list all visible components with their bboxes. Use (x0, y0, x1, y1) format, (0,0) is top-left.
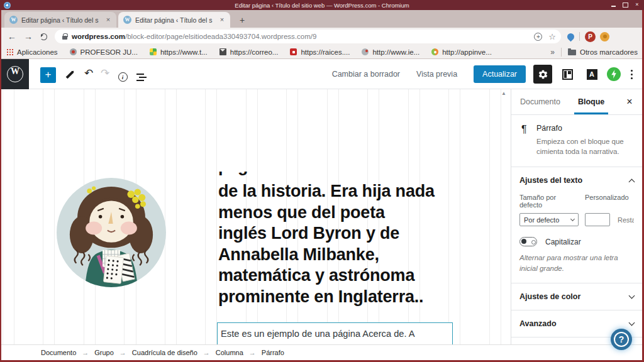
breadcrumb-arrow: → (249, 349, 256, 356)
breadcrumb-arrow: → (203, 349, 210, 356)
text-settings-header[interactable]: Ajustes del texto (519, 175, 634, 185)
close-sidebar-icon[interactable]: × (623, 96, 636, 108)
edit-tool-button[interactable] (62, 65, 78, 82)
folder-icon (568, 50, 576, 55)
more-options-icon[interactable] (631, 74, 633, 75)
mail-icon (219, 48, 226, 55)
help-button[interactable]: ? (611, 329, 632, 350)
bookmarks-overflow-icon[interactable]: » (550, 48, 555, 57)
toolbar-separator (579, 32, 580, 41)
bookmark-item[interactable]: PROFESOR JU... (70, 48, 138, 56)
address-bar[interactable]: wordpress.com/block-editor/page/elsitiod… (55, 30, 561, 43)
reset-button[interactable]: Restablecer (618, 216, 634, 224)
jetpack-button[interactable] (607, 67, 621, 81)
scrollbar-up-arrow[interactable]: ▲ (501, 90, 506, 96)
reload-icon[interactable] (40, 33, 47, 40)
window-title: Editar página ‹ Título del sitio web — W… (0, 2, 644, 9)
breadcrumb-item[interactable]: Párrafo (262, 349, 284, 356)
selected-paragraph-block[interactable]: Este es un ejemplo de una página Acerca … (217, 322, 453, 344)
bookmarks-bar: Aplicaciones PROFESOR JU... https://www.… (0, 45, 644, 59)
breadcrumb-item[interactable]: Cuadrícula de diseño (132, 349, 197, 356)
custom-label: Personalizado (585, 194, 629, 209)
profile-avatar[interactable]: P (585, 31, 596, 42)
breadcrumb-item[interactable]: Grupo (94, 349, 114, 356)
list-view-button[interactable] (132, 65, 148, 82)
os-titlebar: Editar página ‹ Título del sitio web — W… (0, 0, 644, 10)
question-mark-icon: ? (614, 332, 629, 347)
close-button[interactable]: × (634, 1, 640, 8)
breadcrumb-item[interactable]: Columna (216, 349, 243, 356)
tab-close-icon[interactable]: × (218, 16, 226, 25)
bookmark-item[interactable]: http://appinve... (431, 48, 492, 56)
bookmark-item[interactable]: https://raices.... (290, 48, 350, 56)
details-button[interactable]: i (114, 65, 131, 82)
bookmarks-separator (561, 48, 562, 57)
send-to-device-icon[interactable]: + (534, 33, 542, 41)
info-icon: i (118, 72, 128, 82)
minimize-button[interactable] (610, 1, 616, 8)
switch-to-draft-link[interactable]: Cambiar a borrador (332, 70, 400, 79)
browser-tab-1[interactable]: W Editar página ‹ Título del s × (4, 12, 116, 28)
paragraph-icon: ¶ (521, 124, 536, 156)
bookmark-item[interactable]: http://www.ie... (362, 48, 419, 56)
wordpress-logo-icon: W (7, 66, 23, 82)
secondary-profile-icon[interactable] (600, 32, 609, 41)
redo-button[interactable]: ↷ (97, 65, 113, 82)
heading-block[interactable]: de la historia. Era hija nada menos que … (218, 181, 457, 307)
capitalize-toggle[interactable] (519, 237, 537, 246)
chevron-down-icon (570, 216, 575, 221)
paragraph-line: Este es un ejemplo de una página Acerca … (221, 327, 449, 342)
browser-window: Editar página ‹ Título del sitio web — W… (0, 0, 644, 362)
bookmark-item[interactable]: https://correo... (219, 48, 279, 56)
list-view-icon (136, 74, 144, 75)
block-card-description: Empieza con el bloque que cimienta toda … (536, 136, 632, 156)
wordpress-favicon: W (123, 16, 131, 24)
color-settings-header[interactable]: Ajustes de color (511, 283, 642, 310)
editor-canvas[interactable]: página de la historia. Era hija nada men… (1, 89, 511, 344)
url-domain: wordpress.com (72, 33, 125, 40)
custom-size-input[interactable] (585, 213, 610, 226)
heading-line: de la historia. Era hija nada (218, 181, 457, 202)
tab-close-icon[interactable]: × (104, 16, 113, 25)
amp-button[interactable]: A (582, 65, 601, 84)
gear-icon (538, 69, 548, 80)
lightning-bolt-icon (610, 70, 618, 79)
tab-document[interactable]: Documento (511, 89, 569, 114)
block-breadcrumb-bar: Documento → Grupo → Cuadrícula de diseño… (1, 344, 643, 360)
https-lock-icon (62, 36, 67, 40)
font-size-select[interactable]: Por defecto (519, 213, 579, 226)
update-button[interactable]: Actualizar (474, 65, 526, 83)
browser-toolbar: ← → wordpress.com/block-editor/page/elsi… (0, 28, 644, 45)
a-icon: A (587, 69, 597, 80)
forward-icon[interactable]: → (20, 31, 36, 41)
bookmark-item[interactable]: https://www.t... (150, 48, 208, 56)
extension-pen-icon[interactable] (566, 31, 576, 41)
bookmark-favicon (150, 48, 157, 55)
preview-link[interactable]: Vista previa (416, 70, 457, 79)
bookmark-apps[interactable]: Aplicaciones (6, 48, 58, 56)
tab-block[interactable]: Bloque (569, 89, 613, 114)
bookmark-favicon (362, 48, 369, 55)
block-inserter-button[interactable]: + (40, 67, 56, 83)
wordpress-logo-button[interactable]: W (1, 59, 29, 89)
new-tab-button[interactable]: + (236, 15, 248, 26)
window-frame-left (0, 10, 1, 360)
back-icon[interactable]: ← (4, 31, 20, 41)
layout-grid-button[interactable] (558, 65, 577, 84)
tab-label: Editar página ‹ Título del s (21, 16, 101, 24)
editor-header: W + ↶ ↷ i Cambiar a borrador Vista previ… (1, 59, 643, 89)
breadcrumb-item[interactable]: Documento (41, 349, 76, 356)
maximize-button[interactable] (622, 1, 628, 8)
bookmark-star-icon[interactable]: ☆ (548, 32, 556, 41)
settings-button[interactable] (533, 65, 552, 84)
settings-sidebar: Documento Bloque × ¶ Párrafo Empieza con… (511, 89, 642, 344)
other-bookmarks[interactable]: Otros marcadores (580, 48, 638, 56)
heading-line: Annabella Milbanke, (218, 244, 457, 266)
undo-button[interactable]: ↶ (80, 65, 97, 82)
browser-tab-2[interactable]: W Editar página ‹ Título del s × (118, 12, 230, 28)
wordpress-favicon: W (9, 16, 18, 24)
pencil-icon (66, 71, 74, 79)
bookmark-favicon (431, 48, 438, 55)
block-card: ¶ Párrafo Empieza con el bloque que cimi… (511, 115, 642, 167)
url-path: /block-editor/page/elsitiodeada330493704… (125, 33, 316, 40)
